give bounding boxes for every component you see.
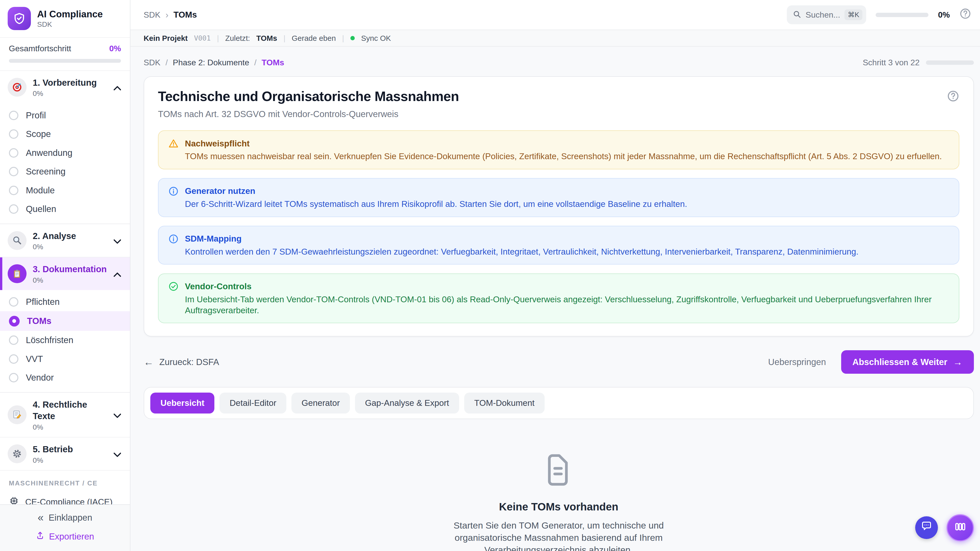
- step-label: Schritt 3 von 22: [862, 58, 920, 67]
- target-icon: [8, 78, 27, 97]
- page-subtitle: TOMs nach Art. 32 DSGVO mit Vendor-Contr…: [158, 109, 959, 119]
- clipboard-icon: [8, 264, 27, 283]
- section-percent: 0%: [33, 456, 107, 465]
- radio-icon: [9, 335, 18, 345]
- sidebar-item-toms[interactable]: TOMs: [0, 311, 130, 330]
- notice-body: TOMs muessen nachweisbar real sein. Verk…: [185, 151, 942, 162]
- back-label: Zurueck: DSFA: [159, 357, 219, 367]
- tom-intro-card: Technische und Organisatorische Massnahm…: [144, 76, 974, 337]
- board-columns-button[interactable]: [947, 514, 974, 541]
- overall-progress: Gesamtfortschritt 0%: [0, 38, 130, 71]
- radio-icon: [9, 167, 18, 176]
- tab-tom-dokument[interactable]: TOM-Dokument: [464, 392, 545, 413]
- sidebar-item-screening[interactable]: Screening: [0, 162, 130, 181]
- chip-icon: [9, 496, 19, 504]
- sidebar-item-anwendung[interactable]: Anwendung: [0, 144, 130, 162]
- app-logo-block: AI Compliance SDK: [0, 0, 130, 38]
- sidebar-item-pflichten[interactable]: Pflichten: [0, 292, 130, 311]
- overall-progress-bar: [9, 59, 121, 63]
- empty-state-description: Starten Sie den TOM Generator, um techni…: [448, 519, 670, 551]
- gear-icon: [8, 445, 27, 463]
- skip-button[interactable]: Ueberspringen: [768, 357, 826, 367]
- radio-icon: [9, 129, 18, 139]
- section-items-dokumentation: Pflichten TOMs Löschfristen VVT Vendor: [0, 290, 130, 392]
- info-circle-icon: [169, 186, 178, 210]
- search-input[interactable]: Suchen... ⌘K: [787, 5, 866, 24]
- tab-gap-analyse-export[interactable]: Gap-Analyse & Export: [355, 392, 459, 413]
- section-percent: 0%: [33, 89, 107, 98]
- tab-uebersicht[interactable]: Uebersicht: [150, 392, 215, 413]
- radio-selected-icon: [9, 316, 20, 327]
- section-items-vorbereitung: Profil Scope Anwendung Screening Module …: [0, 103, 130, 224]
- sidebar-item-vendor[interactable]: Vendor: [0, 368, 130, 387]
- app-title-block: AI Compliance SDK: [37, 9, 103, 29]
- step-progress-bar: [926, 60, 974, 65]
- sidebar-item-loeschfristen[interactable]: Löschfristen: [0, 331, 130, 350]
- sidebar-item-quellen[interactable]: Quellen: [0, 200, 130, 219]
- notice-vendor-controls: Vendor-Controls Im Uebersicht-Tab werden…: [158, 273, 959, 324]
- collapse-sidebar-button[interactable]: « Einklappen: [38, 512, 92, 523]
- check-circle-icon: [169, 281, 178, 316]
- memo-pencil-icon: [8, 405, 27, 424]
- page-content: SDK / Phase 2: Dokumente / TOMs Schritt …: [130, 47, 980, 551]
- breadcrumb-phase[interactable]: Phase 2: Dokumente: [173, 58, 249, 67]
- notice-title: Generator nutzen: [185, 186, 687, 197]
- breadcrumb-sdk[interactable]: SDK: [144, 58, 161, 67]
- radio-icon: [9, 297, 18, 306]
- sidebar-item-label: CE-Compliance (IACE): [25, 497, 113, 504]
- sidebar-item-vvt[interactable]: VVT: [0, 349, 130, 368]
- page-breadcrumb: SDK / Phase 2: Dokumente / TOMs: [144, 58, 284, 67]
- app-subtitle: SDK: [37, 20, 103, 29]
- section-percent: 0%: [33, 423, 107, 431]
- notice-nachweispflicht: Nachweispflicht TOMs muessen nachweisbar…: [158, 130, 959, 169]
- breadcrumb: SDK › TOMs: [144, 10, 197, 20]
- sidebar-section-dokumentation[interactable]: 3. Dokumentation 0%: [0, 257, 130, 290]
- version-badge: V001: [194, 34, 210, 42]
- sidebar-item-module[interactable]: Module: [0, 181, 130, 200]
- chat-bubble-icon: [921, 520, 932, 535]
- chevron-up-icon: [114, 81, 121, 93]
- sidebar-item-profil[interactable]: Profil: [0, 106, 130, 125]
- section-label: 2. Analyse: [33, 231, 76, 241]
- project-name: Kein Projekt: [144, 34, 188, 43]
- chevron-up-icon: [114, 268, 121, 279]
- help-icon[interactable]: [947, 90, 959, 105]
- help-icon[interactable]: [959, 8, 971, 22]
- sidebar-item-ce-compliance[interactable]: CE-Compliance (IACE): [0, 491, 130, 504]
- notice-generator-nutzen: Generator nutzen Der 6-Schritt-Wizard le…: [158, 178, 959, 217]
- notice-body: Im Uebersicht-Tab werden Vendor-TOM-Cont…: [185, 294, 949, 316]
- columns-icon: [954, 520, 966, 535]
- radio-icon: [9, 373, 18, 383]
- sidebar-section-vorbereitung[interactable]: 1. Vorbereitung 0%: [0, 71, 130, 103]
- radio-icon: [9, 111, 18, 120]
- radio-icon: [9, 204, 18, 214]
- header-progress-bar: [876, 13, 928, 17]
- chevron-down-icon: [114, 448, 121, 460]
- breadcrumb-root[interactable]: SDK: [144, 10, 161, 20]
- sidebar-section-rechtliche-texte[interactable]: 4. Rechtliche Texte 0%: [0, 393, 130, 437]
- step-progress: Schritt 3 von 22: [862, 58, 974, 67]
- last-saved-time: Gerade eben: [292, 34, 336, 43]
- tab-generator[interactable]: Generator: [291, 392, 350, 413]
- sidebar-section-analyse[interactable]: 2. Analyse 0%: [0, 224, 130, 257]
- sidebar-group-label: MASCHINENRECHT / CE: [0, 471, 130, 491]
- tab-detail-editor[interactable]: Detail-Editor: [220, 392, 286, 413]
- page-title: Technische und Organisatorische Massnahm…: [158, 89, 459, 104]
- notice-body: Kontrollen werden den 7 SDM-Gewaehrleist…: [185, 246, 859, 257]
- back-button[interactable]: ← Zurueck: DSFA: [144, 356, 219, 368]
- sync-status-dot: [350, 36, 355, 40]
- sidebar-section-betrieb[interactable]: 5. Betrieb 0%: [0, 437, 130, 470]
- notice-body: Der 6-Schritt-Wizard leitet TOMs systema…: [185, 198, 687, 210]
- notice-title: SDM-Mapping: [185, 233, 859, 244]
- main-area: SDK › TOMs Suchen... ⌘K 0%: [130, 0, 980, 551]
- header-progress-value: 0%: [938, 10, 950, 20]
- sidebar-nav: 1. Vorbereitung 0% Profil Scope Anwendun…: [0, 71, 130, 504]
- complete-next-button[interactable]: Abschliessen & Weiter →: [841, 350, 974, 374]
- warning-triangle-icon: [169, 138, 178, 162]
- export-button[interactable]: Exportieren: [36, 531, 94, 542]
- section-label: 1. Vorbereitung: [33, 78, 97, 87]
- chat-button[interactable]: [915, 516, 938, 539]
- app-window: AI Compliance SDK Gesamtfortschritt 0% 1…: [0, 0, 980, 551]
- notice-title: Vendor-Controls: [185, 281, 949, 292]
- sidebar-item-scope[interactable]: Scope: [0, 125, 130, 144]
